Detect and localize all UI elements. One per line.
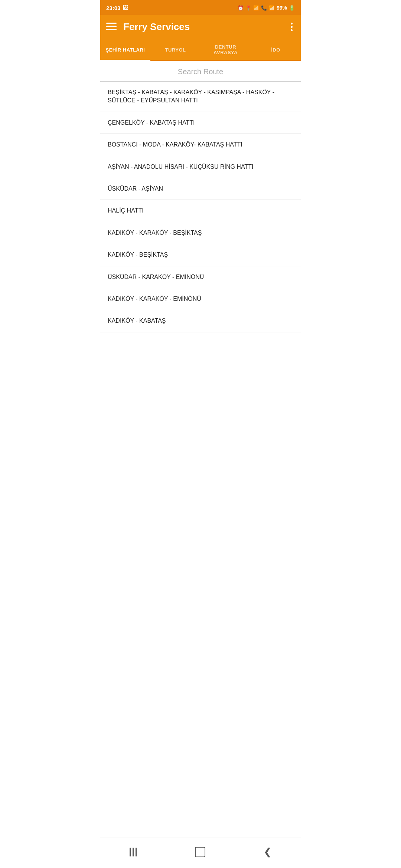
list-item[interactable]: KADIKÖY - KARAKÖY - EMİNÖNÜ xyxy=(100,288,301,310)
status-time: 23:03 🖼 xyxy=(106,5,128,11)
tab-dentur-avrasya[interactable]: DENTUR AVRASYA xyxy=(200,40,251,61)
list-item[interactable]: ÇENGELKöY - KABATAŞ HATTI xyxy=(100,112,301,134)
tabs-bar: ŞEHİR HATLARI TURYOL DENTUR AVRASYA İDO xyxy=(100,39,301,61)
tab-ido[interactable]: İDO xyxy=(251,40,301,61)
notification-icon: 🖼 xyxy=(123,5,128,11)
list-item[interactable]: BEŞİKTAŞ - KABATAŞ - KARAKÖY - KASIMPAŞA… xyxy=(100,82,301,112)
route-list: BEŞİKTAŞ - KABATAŞ - KARAKÖY - KASIMPAŞA… xyxy=(100,82,301,332)
hamburger-menu-button[interactable] xyxy=(106,22,117,32)
list-item[interactable]: ÜSKÜDAR - AŞİYAN xyxy=(100,178,301,200)
list-item[interactable]: KADIKÖY - BEŞİKTAŞ xyxy=(100,244,301,266)
signal-icon: 📶 xyxy=(269,5,275,11)
tab-turyol[interactable]: TURYOL xyxy=(150,40,200,61)
svg-rect-1 xyxy=(106,26,117,27)
svg-rect-0 xyxy=(106,23,117,24)
more-options-button[interactable] xyxy=(288,21,295,33)
wifi-icon: 📶 xyxy=(253,5,259,11)
list-item[interactable]: BOSTANCI - MODA - KARAKÖY- KABATAŞ HATTI xyxy=(100,134,301,156)
list-item[interactable]: KADIKÖY - KABATAŞ xyxy=(100,310,301,332)
call-icon: 📞 xyxy=(261,5,267,11)
app-bar: Ferry Services xyxy=(100,15,301,39)
time-text: 23:03 xyxy=(106,5,120,11)
list-item[interactable]: HALİÇ HATTI xyxy=(100,200,301,222)
list-item[interactable]: AŞİYAN - ANADOLU HİSARI - KÜÇÜKSU RİNG H… xyxy=(100,156,301,178)
svg-rect-2 xyxy=(106,29,117,30)
status-bar: 23:03 🖼 ⏰ 📍 📶 📞 📶 99% 🔋 xyxy=(100,0,301,15)
list-item[interactable]: ÜSKÜDAR - KARAKÖY - EMİNÖNÜ xyxy=(100,266,301,288)
alarm-icon: ⏰ xyxy=(238,5,244,11)
tab-sehir-hatlari[interactable]: ŞEHİR HATLARI xyxy=(100,40,150,61)
location-icon: 📍 xyxy=(245,5,251,11)
app-title: Ferry Services xyxy=(123,21,288,33)
search-input[interactable] xyxy=(106,65,295,78)
battery-icon: 🔋 xyxy=(289,5,295,11)
search-container xyxy=(100,61,301,82)
battery-text: 99% xyxy=(277,5,287,11)
status-icons: ⏰ 📍 📶 📞 📶 99% 🔋 xyxy=(238,5,295,11)
list-item[interactable]: KADIKÖY - KARAKÖY - BEŞİKTAŞ xyxy=(100,222,301,244)
